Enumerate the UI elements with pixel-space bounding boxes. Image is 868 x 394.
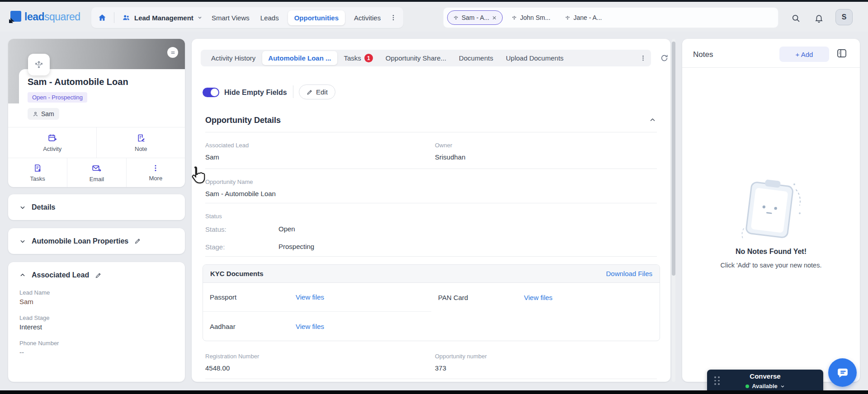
available-status-dot [745, 385, 749, 388]
record-tab-sam[interactable]: Sam - A... [447, 10, 503, 25]
associated-lead-header[interactable]: Associated Lead [19, 271, 174, 279]
view-files-link[interactable]: View files [524, 294, 552, 301]
refresh-icon[interactable] [660, 54, 669, 62]
availability-selector[interactable]: Available [707, 383, 823, 389]
tab-label: Upload Documents [506, 54, 564, 62]
lead-stage-label: Lead Stage [19, 314, 174, 321]
opportunity-number-value: 373 [435, 364, 446, 372]
tab-activity-history[interactable]: Activity History [205, 51, 261, 65]
window-bottom-edge [0, 390, 868, 394]
activity-button[interactable]: Activity [8, 127, 96, 158]
mouse-cursor [189, 165, 206, 185]
kyc-row-pan: PAN Card View files [431, 283, 660, 312]
loan-properties-section[interactable]: Automobile Loan Properties [8, 228, 185, 254]
logo-text: leadsquared [24, 11, 80, 23]
file-plus-icon [33, 164, 42, 173]
primary-nav: Lead Management Smart Views Leads Opport… [91, 7, 403, 28]
divider [205, 256, 657, 257]
chevron-down-icon [19, 238, 26, 244]
summary-note-icon[interactable] [167, 47, 178, 58]
download-files-link[interactable]: Download Files [606, 270, 652, 277]
opportunity-detail-panel: Activity History Automobile Loan ... Tas… [192, 39, 670, 382]
stage-value: Prospecting [278, 243, 314, 250]
activity-label: Activity [43, 145, 61, 152]
leadsquared-logo[interactable]: leadsquared [9, 11, 80, 23]
tasks-button[interactable]: Tasks [8, 158, 67, 187]
notifications-bell-icon[interactable] [814, 14, 824, 23]
lead-management-label: Lead Management [134, 14, 193, 22]
chevron-up-icon [19, 272, 26, 278]
more-button[interactable]: More [126, 158, 185, 187]
user-avatar[interactable]: S [835, 9, 853, 25]
section-collapse-icon[interactable] [649, 117, 656, 123]
toolbar-divider [293, 85, 293, 98]
collapse-panel-icon[interactable] [837, 49, 847, 58]
add-note-button[interactable]: + Add [779, 47, 829, 62]
lead-management-menu[interactable]: Lead Management [122, 14, 203, 22]
kyc-body: Passport View files PAN Card View files … [203, 283, 660, 341]
loan-properties-label: Automobile Loan Properties [32, 237, 128, 245]
stage-label: Stage: [205, 243, 225, 251]
email-button[interactable]: Email [67, 158, 126, 187]
tabs-overflow-icon[interactable] [640, 55, 646, 61]
search-icon[interactable] [791, 14, 801, 23]
view-files-link[interactable]: View files [296, 293, 324, 301]
lead-name-label: Lead Name [19, 289, 174, 296]
open-record-tabs: Sam - A... John Sm... Jane - A... [443, 7, 778, 28]
registration-number-label: Registration Number [205, 353, 259, 360]
tab-label: Activity History [211, 54, 255, 62]
detail-tabs: Activity History Automobile Loan ... Tas… [201, 50, 651, 66]
edit-pencil-icon[interactable] [134, 238, 141, 244]
nav-overflow-icon[interactable] [390, 14, 397, 21]
tab-label: Tasks [344, 54, 361, 62]
tab-upload-documents[interactable]: Upload Documents [500, 51, 570, 65]
nav-activities[interactable]: Activities [352, 10, 382, 25]
tab-tasks[interactable]: Tasks1 [338, 51, 379, 66]
tab-opportunity-share[interactable]: Opportunity Share... [380, 51, 452, 65]
edit-pencil-icon[interactable] [95, 272, 102, 279]
opportunity-share-icon [28, 54, 50, 75]
status-value: Open [278, 225, 295, 233]
opportunity-icon [565, 15, 571, 21]
close-icon[interactable] [492, 15, 497, 20]
record-tab-label: John Sm... [520, 14, 550, 21]
status-label: Status: [205, 225, 226, 233]
owner-field-value: Srisudhan [435, 153, 466, 161]
view-files-link[interactable]: View files [296, 323, 324, 330]
topbar: leadsquared Lead Management Smart Views … [0, 2, 868, 32]
nav-opportunities[interactable]: Opportunities [288, 10, 345, 25]
notes-title: Notes [693, 50, 713, 59]
record-tab-john[interactable]: John Sm... [505, 10, 556, 25]
kyc-row-aadhaar: Aadhaar View files [203, 312, 431, 341]
chevron-down-icon [780, 384, 785, 389]
lead-stage-value: Interest [19, 323, 174, 331]
lead-chip[interactable]: Sam [28, 108, 59, 120]
tab-automobile-loan[interactable]: Automobile Loan ... [262, 51, 337, 65]
record-tab-jane[interactable]: Jane - A... [559, 10, 608, 25]
lead-name-value[interactable]: Sam [19, 298, 174, 305]
phone-number-value: -- [19, 348, 174, 356]
leadsquared-logo-icon [9, 11, 21, 23]
status-group-label: Status [205, 213, 222, 220]
registration-number-value: 4548.00 [205, 364, 230, 372]
home-icon[interactable] [98, 13, 107, 22]
opportunity-summary-card: Sam - Automobile Loan Open - Prospecting… [8, 39, 185, 187]
kyc-doc-name: Passport [210, 293, 296, 301]
details-section[interactable]: Details [8, 194, 185, 220]
nav-leads[interactable]: Leads [259, 10, 281, 25]
availability-label: Available [752, 383, 778, 389]
hide-empty-fields-toggle[interactable] [203, 88, 219, 97]
note-button[interactable]: Note [96, 127, 185, 158]
email-label: Email [90, 176, 104, 183]
nav-smart-views[interactable]: Smart Views [210, 10, 251, 25]
tab-label: Opportunity Share... [386, 54, 446, 62]
main-scrollbar-thumb[interactable] [672, 42, 675, 276]
edit-button[interactable]: Edit [299, 84, 335, 99]
add-note-label: + Add [796, 51, 813, 58]
chat-fab-button[interactable] [828, 358, 857, 387]
quick-actions: Activity Note Tasks Email More [8, 127, 185, 187]
associated-lead-field-label: Associated Lead [205, 142, 249, 149]
chevron-down-icon [19, 204, 26, 211]
kyc-doc-name: Aadhaar [210, 323, 296, 330]
tab-documents[interactable]: Documents [453, 51, 499, 65]
